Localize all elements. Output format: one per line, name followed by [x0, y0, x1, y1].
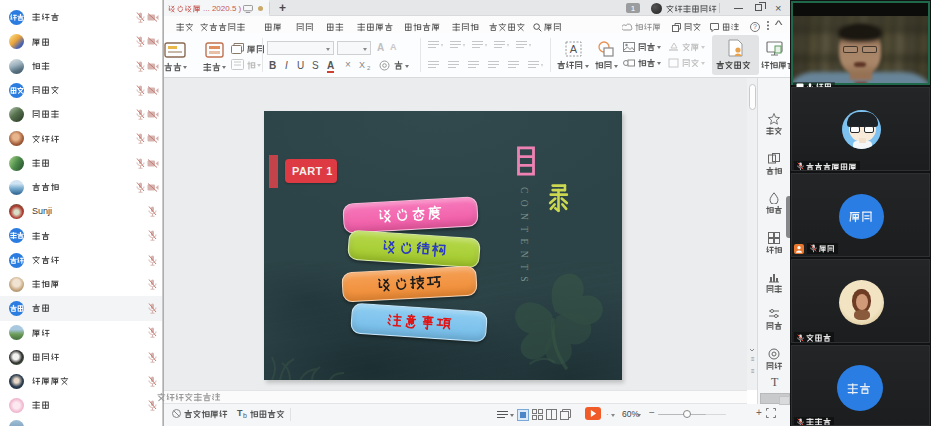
svg-text:?: ?: [753, 23, 757, 30]
svg-text:A: A: [570, 43, 578, 55]
